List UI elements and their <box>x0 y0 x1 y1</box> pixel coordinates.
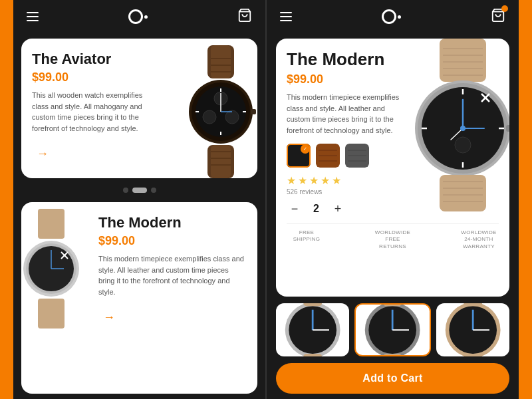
svg-rect-74 <box>303 354 322 356</box>
strap-option-3[interactable] <box>345 144 369 168</box>
modern-title-right: The Modern <box>287 49 403 70</box>
star-5: ★ <box>332 174 341 187</box>
right-logo <box>382 9 401 24</box>
modern-card-left: The Modern $99.00 This modern timepiece … <box>21 202 257 394</box>
svg-point-8 <box>225 110 239 124</box>
svg-point-53 <box>460 126 466 131</box>
modern-detail-card: The Modern $99.00 This modern timepiece … <box>276 39 509 297</box>
aviator-arrow-button[interactable]: → <box>32 143 53 164</box>
star-4: ★ <box>321 174 330 187</box>
modern-title-left: The Modern <box>98 214 247 231</box>
star-3: ★ <box>309 174 319 187</box>
feature-returns: WORLDWIDE FREE RETURNS <box>373 229 413 250</box>
right-menu-icon[interactable] <box>280 12 292 21</box>
svg-rect-79 <box>384 303 402 306</box>
svg-rect-73 <box>303 303 322 306</box>
add-to-cart-button[interactable]: Add to Cart <box>276 363 509 394</box>
left-menu-icon[interactable] <box>27 12 39 21</box>
right-cart-icon[interactable] <box>491 8 505 25</box>
right-logo-dot <box>398 15 401 19</box>
svg-rect-15 <box>251 109 256 114</box>
thumbnail-3[interactable] <box>436 303 509 356</box>
star-1: ★ <box>287 174 296 187</box>
svg-rect-17 <box>211 145 231 178</box>
feature-warranty: WORLDWIDE 24-MONTH WARRANTY <box>459 229 499 250</box>
thumbnail-1[interactable] <box>276 303 349 356</box>
scroll-dot-2 <box>132 188 147 193</box>
right-header <box>267 0 519 33</box>
quantity-minus-button[interactable]: − <box>287 201 303 217</box>
modern-arrow-button-left[interactable]: → <box>98 307 120 328</box>
aviator-card: The Aviator $99.00 This all wooden watch… <box>21 39 257 178</box>
modern-watch-image-right <box>403 39 509 198</box>
scroll-dot-3 <box>151 188 156 193</box>
svg-rect-54 <box>506 125 509 132</box>
modern-description-right: This modern timepiece exemplifies class … <box>287 92 403 136</box>
quantity-value: 2 <box>313 203 319 215</box>
svg-rect-85 <box>464 303 482 306</box>
svg-point-7 <box>203 110 216 124</box>
left-side-bar <box>0 0 13 399</box>
svg-rect-32 <box>38 299 65 329</box>
strap-check: ✓ <box>301 144 310 154</box>
scroll-indicator <box>21 188 257 193</box>
svg-rect-80 <box>384 354 402 356</box>
quantity-plus-button[interactable]: + <box>330 201 346 217</box>
features-row: FREE SHIPPING WORLDWIDE FREE RETURNS WOR… <box>287 223 499 250</box>
strap-option-1[interactable]: ✓ <box>287 144 311 168</box>
aviator-watch-image <box>178 45 257 158</box>
left-cart-icon[interactable] <box>237 8 252 25</box>
logo-dot <box>144 15 148 19</box>
svg-rect-24 <box>38 209 65 239</box>
svg-rect-55 <box>440 175 486 211</box>
svg-rect-86 <box>464 354 482 356</box>
right-side-bar <box>519 0 532 399</box>
svg-point-49 <box>455 137 471 153</box>
scroll-dot-1 <box>123 188 128 193</box>
feature-shipping: FREE SHIPPING <box>287 229 327 250</box>
right-phone-panel: The Modern $99.00 This modern timepiece … <box>267 0 519 399</box>
thumbnail-row <box>276 303 509 356</box>
left-phone-panel: The Aviator $99.00 This all wooden watch… <box>13 0 265 399</box>
right-content: The Modern $99.00 This modern timepiece … <box>267 33 519 399</box>
modern-watch-image-left <box>21 209 88 315</box>
left-content: The Aviator $99.00 This all wooden watch… <box>13 33 265 399</box>
star-2: ★ <box>298 174 307 187</box>
modern-description-left: This modern timepiece exemplifies class … <box>98 253 247 297</box>
left-header <box>13 0 265 33</box>
aviator-description: This all wooden watch exemplifies class … <box>32 90 150 134</box>
thumbnail-2[interactable] <box>354 303 430 356</box>
aviator-title: The Aviator <box>32 51 150 68</box>
svg-rect-2 <box>211 45 231 78</box>
logo-circle <box>128 9 143 24</box>
modern-price-left: $99.00 <box>98 234 247 248</box>
cart-badge <box>501 5 508 12</box>
strap-option-2[interactable] <box>316 144 340 168</box>
left-logo <box>128 9 148 24</box>
right-logo-circle <box>382 9 396 24</box>
